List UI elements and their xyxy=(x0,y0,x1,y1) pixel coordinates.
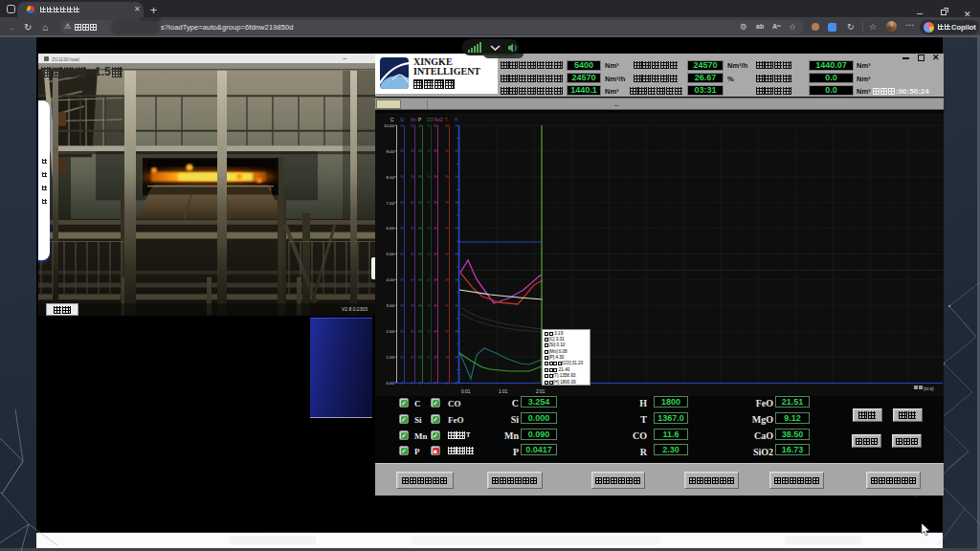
svg-text:2:01: 2:01 xyxy=(536,389,546,394)
svg-text:88: 88 xyxy=(400,356,404,360)
svg-text:88: 88 xyxy=(455,149,458,153)
svg-text:10.00: 10.00 xyxy=(384,123,395,128)
svg-text:T: T xyxy=(445,118,448,122)
svg-text:88: 88 xyxy=(427,330,431,334)
svg-text:8.00: 8.00 xyxy=(386,175,394,180)
svg-text:88: 88 xyxy=(400,201,404,205)
svg-text:88: 88 xyxy=(445,201,449,205)
svg-text:88: 88 xyxy=(434,149,437,153)
svg-text:88: 88 xyxy=(418,201,422,205)
svg-text:88: 88 xyxy=(411,356,414,360)
svg-text:88: 88 xyxy=(434,201,437,205)
svg-text:88: 88 xyxy=(427,253,431,256)
svg-text:6.00: 6.00 xyxy=(386,226,394,231)
svg-text:88: 88 xyxy=(434,227,437,231)
svg-text:CO: CO xyxy=(427,118,434,122)
svg-text:88: 88 xyxy=(418,356,422,360)
svg-text:88: 88 xyxy=(455,201,458,205)
svg-text:88: 88 xyxy=(400,149,404,153)
svg-text:88: 88 xyxy=(427,304,431,308)
svg-text:9.00: 9.00 xyxy=(386,149,394,154)
svg-text:88: 88 xyxy=(400,253,404,256)
svg-text:H: H xyxy=(455,118,457,122)
svg-text:88: 88 xyxy=(400,175,404,179)
svg-text:FeO: FeO xyxy=(434,118,443,122)
svg-text:88: 88 xyxy=(418,304,422,308)
svg-text:88: 88 xyxy=(445,149,449,153)
svg-text:88: 88 xyxy=(455,227,458,231)
svg-text:88: 88 xyxy=(445,278,449,282)
svg-text:1.00: 1.00 xyxy=(386,355,394,360)
svg-text:88: 88 xyxy=(445,175,449,179)
svg-text:3.00: 3.00 xyxy=(386,303,394,308)
svg-text:88: 88 xyxy=(455,278,458,282)
svg-text:88: 88 xyxy=(411,201,414,205)
svg-text:2.00: 2.00 xyxy=(386,329,394,334)
svg-text:88: 88 xyxy=(445,227,449,231)
svg-text:88: 88 xyxy=(400,304,404,308)
svg-text:88: 88 xyxy=(411,175,414,179)
svg-text:88: 88 xyxy=(434,330,437,334)
svg-text:88: 88 xyxy=(434,356,437,360)
svg-text:88: 88 xyxy=(411,227,414,231)
svg-text:88: 88 xyxy=(427,227,431,231)
svg-text:88: 88 xyxy=(434,253,437,256)
svg-text:88: 88 xyxy=(418,149,422,153)
svg-text:0:01: 0:01 xyxy=(461,389,471,394)
svg-text:88: 88 xyxy=(411,124,414,128)
svg-text:Si: Si xyxy=(400,118,404,122)
svg-text:88: 88 xyxy=(445,356,449,360)
svg-text:4.00: 4.00 xyxy=(386,277,394,282)
svg-text:88: 88 xyxy=(434,304,437,308)
svg-text:88: 88 xyxy=(411,304,414,308)
svg-text:88: 88 xyxy=(418,278,422,282)
svg-text:7.00: 7.00 xyxy=(386,201,394,206)
svg-text:88: 88 xyxy=(445,330,449,334)
svg-text:88: 88 xyxy=(427,175,431,179)
svg-text:88: 88 xyxy=(418,330,422,334)
svg-text:88: 88 xyxy=(445,253,449,256)
svg-text:88: 88 xyxy=(434,124,437,128)
svg-text:88: 88 xyxy=(427,278,431,282)
svg-text:88: 88 xyxy=(455,175,458,179)
svg-text:88: 88 xyxy=(455,330,458,334)
svg-text:88: 88 xyxy=(445,304,449,308)
svg-text:88: 88 xyxy=(418,227,422,231)
svg-text:88: 88 xyxy=(400,330,404,334)
svg-text:88: 88 xyxy=(427,201,431,205)
svg-text:88: 88 xyxy=(445,124,449,128)
svg-text:88: 88 xyxy=(434,175,437,179)
svg-text:88: 88 xyxy=(427,356,431,360)
svg-text:88: 88 xyxy=(418,253,422,256)
svg-text:88: 88 xyxy=(455,124,458,128)
svg-text:Mn: Mn xyxy=(411,118,417,122)
svg-text:88: 88 xyxy=(455,304,458,308)
svg-text:88: 88 xyxy=(427,124,431,128)
svg-text:P: P xyxy=(418,118,421,122)
svg-text:88: 88 xyxy=(411,330,414,334)
svg-text:88: 88 xyxy=(411,149,414,153)
svg-text:88: 88 xyxy=(400,227,404,231)
svg-text:88: 88 xyxy=(427,149,431,153)
svg-text:1:01: 1:01 xyxy=(499,389,508,394)
svg-text:(m:s): (m:s) xyxy=(924,386,934,391)
svg-text:88: 88 xyxy=(418,124,422,128)
svg-text:88: 88 xyxy=(455,253,458,256)
svg-text:88: 88 xyxy=(418,175,422,179)
svg-text:88: 88 xyxy=(455,356,458,360)
svg-text:5.00: 5.00 xyxy=(386,252,394,256)
svg-text:88: 88 xyxy=(411,253,414,256)
svg-text:88: 88 xyxy=(400,124,404,128)
svg-text:88: 88 xyxy=(400,278,404,282)
svg-text:88: 88 xyxy=(411,278,414,282)
svg-text:88: 88 xyxy=(434,278,437,282)
